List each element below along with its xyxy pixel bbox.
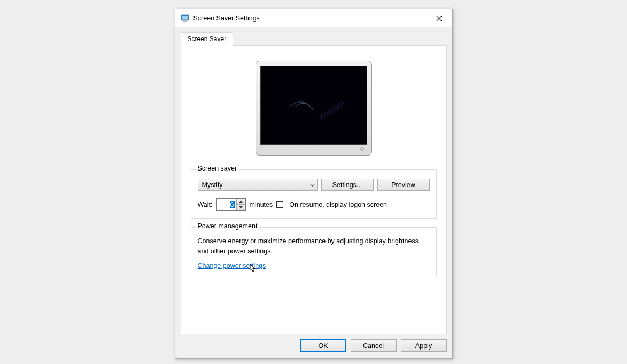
svg-rect-1 xyxy=(182,16,188,20)
tab-label: Screen Saver xyxy=(188,35,227,43)
screensaver-preview-screen xyxy=(260,66,367,145)
power-description: Conserve energy or maximize performance … xyxy=(198,236,430,257)
wait-label: Wait: xyxy=(198,201,213,208)
wait-spin-down[interactable] xyxy=(237,205,245,210)
svg-rect-2 xyxy=(183,21,187,22)
power-management-group: Power management Conserve energy or maxi… xyxy=(191,227,437,277)
close-icon xyxy=(436,16,442,21)
power-legend: Power management xyxy=(196,222,260,230)
screensaver-legend: Screen saver xyxy=(196,165,239,172)
tab-strip: Screen Saver xyxy=(181,32,447,45)
ok-button[interactable]: OK xyxy=(300,339,346,352)
minutes-label: minutes xyxy=(250,201,273,208)
screensaver-select[interactable]: Mystify xyxy=(198,179,318,191)
svg-marker-4 xyxy=(239,206,243,208)
app-icon xyxy=(181,14,189,22)
wait-value-field[interactable]: 6 xyxy=(217,199,236,210)
wait-spin-up[interactable] xyxy=(237,199,245,205)
dialog-buttons: OK Cancel Apply xyxy=(181,339,447,352)
resume-checkbox[interactable] xyxy=(276,201,283,208)
monitor-preview xyxy=(191,61,437,157)
triangle-down-icon xyxy=(239,206,243,208)
screensaver-select-value: Mystify xyxy=(202,181,223,189)
screensaver-group: Screen saver Mystify Settings... Preview… xyxy=(191,169,437,219)
svg-marker-3 xyxy=(239,200,243,203)
apply-button[interactable]: Apply xyxy=(401,339,447,352)
titlebar: Screen Saver Settings xyxy=(175,9,452,27)
settings-button[interactable]: Settings... xyxy=(321,179,374,191)
tab-screen-saver[interactable]: Screen Saver xyxy=(181,32,234,46)
client-area: Screen Saver xyxy=(175,27,452,358)
tab-panel: Screen saver Mystify Settings... Preview… xyxy=(181,45,447,334)
wait-value: 6 xyxy=(230,201,235,208)
dialog-title: Screen Saver Settings xyxy=(193,14,428,22)
close-button[interactable] xyxy=(428,10,451,26)
chevron-down-icon xyxy=(310,181,315,189)
cancel-button[interactable]: Cancel xyxy=(351,339,397,352)
change-power-settings-link[interactable]: Change power settings xyxy=(198,262,266,269)
resume-label: On resume, display logon screen xyxy=(289,201,387,208)
triangle-up-icon xyxy=(239,200,243,203)
wait-spinner[interactable]: 6 xyxy=(216,198,246,211)
preview-button[interactable]: Preview xyxy=(377,179,430,191)
screen-saver-settings-dialog: Screen Saver Settings Screen Saver xyxy=(175,9,453,359)
